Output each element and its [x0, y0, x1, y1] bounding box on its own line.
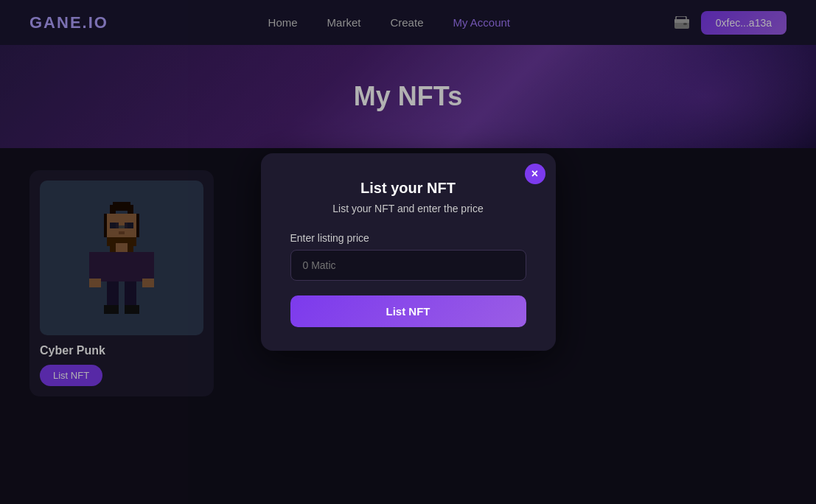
modal-close-button[interactable]: ×	[525, 164, 545, 184]
modal-title: List your NFT	[290, 180, 526, 197]
modal-price-input[interactable]	[290, 250, 526, 281]
list-nft-modal: × List your NFT List your NFT and enter …	[261, 153, 556, 351]
modal-list-button[interactable]: List NFT	[290, 295, 526, 327]
modal-price-label: Enter listing price	[290, 232, 526, 244]
modal-subtitle: List your NFT and enter the price	[290, 203, 526, 214]
modal-overlay: × List your NFT List your NFT and enter …	[0, 0, 816, 504]
